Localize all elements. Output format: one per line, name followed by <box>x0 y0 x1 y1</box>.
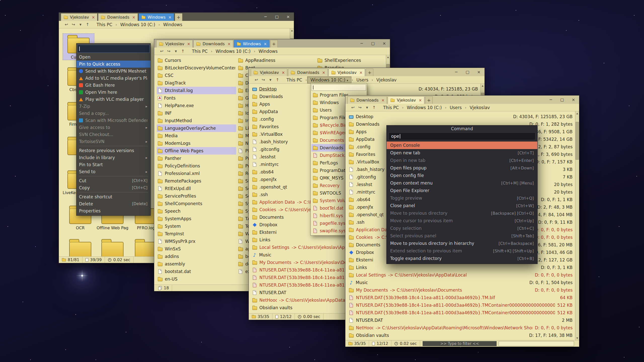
menu-item-send-to[interactable]: Send to▸ <box>76 168 150 175</box>
menu-item-tortoisesvn[interactable]: TortoiseSVN▸ <box>76 138 150 145</box>
menu-item-scan-with-microsoft-defender[interactable]: Scan with Microsoft Defender... <box>76 117 150 124</box>
file-row-appreadiness[interactable]: AppReadiness <box>237 57 315 64</box>
file-row-bitlockerdiscoveryvolumecontents[interactable]: BitLockerDiscoveryVolumeContents <box>157 64 236 72</box>
file-row-bootstat-dat[interactable]: bootstat.dat <box>157 268 236 275</box>
tab-downloads[interactable]: Downloads× <box>288 69 328 76</box>
tab-close-icon[interactable]: × <box>187 42 190 46</box>
tab-vjekoslav[interactable]: Vjekoslav× <box>329 69 365 76</box>
up-button[interactable]: ↑ <box>84 21 91 28</box>
tab-close-icon[interactable]: × <box>227 42 231 46</box>
window-maximize-button[interactable]: ▢ <box>462 68 473 76</box>
titlebar[interactable]: Vjekoslav×Downloads×Windows×+ ─▢× <box>154 39 390 48</box>
command-item-toggle-preview[interactable]: Toggle preview[Ctrl+Q] <box>387 194 537 202</box>
command-item-open-config-file[interactable]: Open config file <box>387 172 537 179</box>
tab-downloads[interactable]: Downloads× <box>98 13 138 21</box>
file-row-winsxs[interactable]: WinSxS <box>157 245 236 253</box>
menu-item-play-with-vlc-media-player[interactable]: Play with VLC media player <box>76 96 150 103</box>
window-close-button[interactable]: × <box>568 96 579 104</box>
command-item-open-in-new-tab[interactable]: Open in new tab[Ctrl+Enter] <box>387 157 537 164</box>
scroll-down-icon[interactable]: ▼ <box>575 336 579 340</box>
scrollbar-thumb[interactable] <box>576 122 579 160</box>
file-row-ntuser-dat[interactable]: NTUSER.DAT2 MB <box>348 316 574 324</box>
command-item-select-previous-panel[interactable]: Select previous panel[Shift+Tab] <box>387 232 537 240</box>
tab-close-icon[interactable]: × <box>92 15 95 20</box>
menu-item-git-bash-here[interactable]: Git Bash Here <box>76 82 150 89</box>
file-row-cursors[interactable]: Cursors <box>157 57 236 64</box>
window-close-button[interactable]: × <box>379 39 390 48</box>
file-row-csc[interactable]: CSC <box>157 72 236 79</box>
menu-item-create-shortcut[interactable]: Create shortcut <box>76 193 150 200</box>
grid-item[interactable] <box>64 238 96 256</box>
breadcrumb-windows-10-c[interactable]: Windows 10 (C:)▾ <box>307 76 351 83</box>
file-row-desktop[interactable]: DesktopD: 43034, F: 125185, 23 GB <box>348 113 574 120</box>
window-minimize-button[interactable]: ─ <box>545 96 556 104</box>
menu-item-give-access-to[interactable]: Give access to▸ <box>76 124 150 131</box>
breadcrumb-windows-10-c[interactable]: Windows 10 (C:) <box>213 48 254 55</box>
scroll-up-icon[interactable]: ▲ <box>481 84 485 88</box>
command-item-extend-selection-to-previous-item[interactable]: Extend selection to previous item[Shift+… <box>387 247 537 255</box>
breadcrumb-this-pc[interactable]: This PC <box>94 21 115 28</box>
breadcrumb-users[interactable]: Users <box>353 77 372 83</box>
forward-button[interactable]: ↪ <box>260 77 267 83</box>
file-row-obsidian-vaults[interactable]: Obsidian vaultsD: 17, F: 149, 38 MB <box>348 332 574 339</box>
file-row-system[interactable]: System <box>157 222 236 230</box>
menu-item-include-in-library[interactable]: Include in library▸ <box>76 154 150 161</box>
command-item-copy-selection[interactable]: Copy selection[Ctrl+C] <box>387 224 537 232</box>
up-button[interactable]: ↑ <box>371 104 378 111</box>
breadcrumb-this-pc[interactable]: This PC <box>380 104 402 111</box>
tab-close-icon[interactable]: × <box>359 70 363 75</box>
tab-close-icon[interactable]: × <box>264 42 267 46</box>
menu-item-copy[interactable]: Copy[Ctrl+C] <box>76 184 150 191</box>
tab-windows[interactable]: Windows× <box>139 13 174 21</box>
file-row-rtlexupd-dll[interactable]: RtlExUpd.dll <box>157 185 236 192</box>
window-minimize-button[interactable]: ─ <box>356 39 367 48</box>
filter-input[interactable] <box>499 341 574 346</box>
forward-button[interactable]: ↪ <box>165 48 172 54</box>
file-row-local-settings[interactable]: Local Settings -> C:\Users\Vjekoslav\App… <box>348 271 574 279</box>
tab-vjekoslav[interactable]: Vjekoslav× <box>388 96 424 104</box>
tab-close-icon[interactable]: × <box>168 15 172 20</box>
command-item-move-cursor-to-previous-item[interactable]: Move cursor to previous item[Ctrl+Up] <box>387 217 537 224</box>
tab-close-icon[interactable]: × <box>381 98 385 103</box>
titlebar[interactable]: Downloads×Vjekoslav×+ ─▢× <box>345 96 579 104</box>
menu-item-open-vim-here[interactable]: Open Vim here <box>76 89 150 96</box>
tab-downloads[interactable]: Downloads× <box>347 96 387 104</box>
file-row-modemlogs[interactable]: ModemLogs <box>157 140 236 147</box>
file-row-addins[interactable]: addins <box>157 253 236 260</box>
menu-item-svn-checkout[interactable]: SVN Checkout... <box>76 131 150 138</box>
tab-downloads[interactable]: Downloads× <box>193 40 233 48</box>
back-button[interactable]: ↩ <box>253 77 260 83</box>
menu-item-add-to-vlc-media-player-s-playlist[interactable]: Add to VLC media player's Playlist <box>76 75 150 82</box>
up-button[interactable]: ↑ <box>274 77 281 83</box>
tab-vjekoslav[interactable]: Vjekoslav× <box>251 69 287 76</box>
forward-button[interactable]: ↪ <box>356 104 364 111</box>
history-dropdown-button[interactable]: ▾ <box>364 104 371 111</box>
tab-vjekoslav[interactable]: Vjekoslav× <box>61 13 97 21</box>
tab-close-icon[interactable]: × <box>419 98 422 103</box>
window-close-button[interactable]: × <box>473 68 485 76</box>
file-row-inputmethod[interactable]: InputMethod <box>157 117 236 124</box>
titlebar[interactable]: Vjekoslav×Downloads×Vjekoslav×+ ─▢× <box>249 68 485 76</box>
menu-item-delete[interactable]: Delete[Delete] <box>76 200 150 207</box>
breadcrumb-this-pc[interactable]: This PC <box>189 48 211 55</box>
menu-item-7-zip[interactable]: 7-Zip▸ <box>76 103 150 110</box>
command-item-open-console[interactable]: Open Console <box>387 142 537 149</box>
menu-item-send-a-copy[interactable]: Send a copy... <box>76 110 150 117</box>
breadcrumb-windows[interactable]: Windows <box>160 21 185 28</box>
file-row-speech[interactable]: Speech <box>157 207 236 215</box>
file-row-remotepackages[interactable]: RemotePackages <box>157 177 236 185</box>
file-row-shellexperiences[interactable]: ShellExperiences <box>316 57 390 64</box>
file-row-diagtrack[interactable]: DiagTrack <box>157 79 236 87</box>
command-item-close-panel[interactable]: Close panel[Ctrl+W] <box>387 202 537 209</box>
file-row-serviceprofiles[interactable]: ServiceProfiles <box>157 192 236 200</box>
file-row-nethood[interactable]: NetHood -> C:\Users\Vjekoslav\AppData\Ro… <box>348 324 574 332</box>
file-row-ntuser-dat-53b39e88-18c4-11ea-a811-000d3aa4692b-tmcontainer00000000000000000001-regtrans-ms[interactable]: NTUSER.DAT{53b39e88-18c4-11ea-a811-000d3… <box>348 301 574 309</box>
scroll-up-icon[interactable]: ▲ <box>575 111 579 115</box>
file-row-ntuser-dat-53b39e88-18c4-11ea-a811-000d3aa4692b-tm-blf[interactable]: NTUSER.DAT{53b39e88-18c4-11ea-a811-000d3… <box>348 294 574 301</box>
grid-item[interactable] <box>97 238 128 256</box>
file-row-music[interactable]: ♪MusicD: 0, F: 1, 504 bytes <box>348 279 574 286</box>
back-button[interactable]: ↩ <box>349 104 356 111</box>
history-dropdown-button[interactable]: ▾ <box>172 48 179 54</box>
file-row-inf[interactable]: INF <box>157 109 236 117</box>
file-row-systemapps[interactable]: SystemApps <box>157 215 236 222</box>
